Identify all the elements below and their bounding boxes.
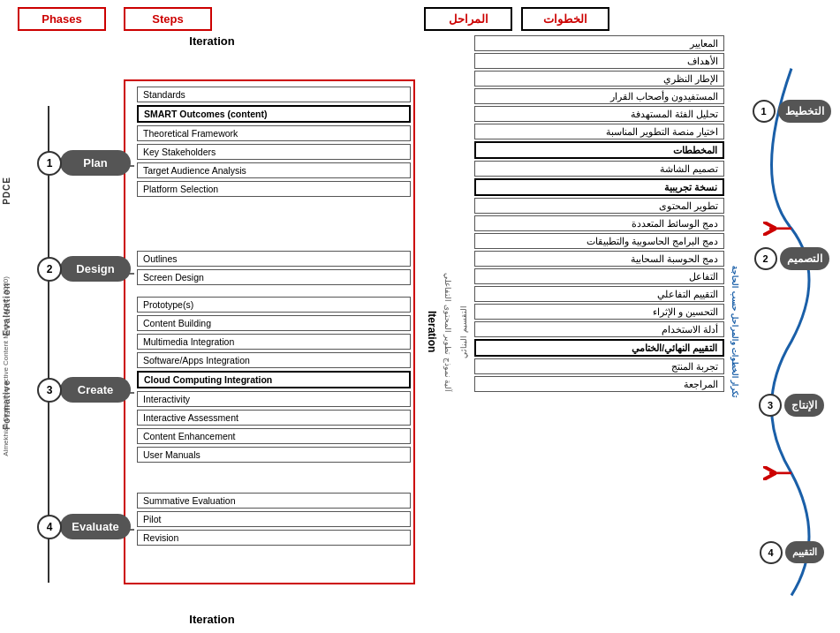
ar-step-5: تحليل الفئة المستهدفة [474,106,724,122]
step-cloud-computing: Cloud Computing Integration [137,371,411,388]
credit-text: Almekhiafi Digital Interactive Content M… [2,276,10,456]
ar-phase-1-pill: التخطيط [778,100,831,123]
iteration-ar-label: Iteration [424,31,440,633]
step-smart: SMART Outcomes (content) [137,105,411,123]
phase-4-evaluate: 4 Evaluate [37,514,131,539]
step-interactive-assessment: Interactive Assessment [137,410,411,426]
phase-1-circle: 1 [37,151,62,176]
phase-4-circle: 4 [37,515,62,539]
phases-header-box: Phases [18,7,106,31]
evaluate-steps-group: Summative Evaluation Pilot Revision [137,493,411,546]
ar-step-11: دمج الوسائط المتعددة [474,215,724,231]
main-container: Phases Steps Iteration PDCE Evaluation F… [0,0,840,633]
ar-step-3: الإطار النظري [474,71,724,87]
ar-step-16: التحسين و الإثراء [474,304,724,320]
ar-phases-column: 1 التخطيط 2 التصميم 3 الإنتاج 4 التقييم [743,31,840,633]
ar-steps-column: المعايير الأهداف الإطار النظري المستفيدو… [472,31,727,633]
step-content-enhancement: Content Enhancement [137,428,411,444]
right-side: الخطوات المراحل [424,0,840,633]
phase-1-plan: 1 Plan [37,150,131,176]
iter-ar-label: آلية نموذج تطوير المحتوى التفاعلي [440,31,456,633]
ar-step-10: تطوير المحتوى [474,198,724,214]
taqsim-label: التقسيم البنائي [456,31,472,633]
ar-step-7: المخططات [474,141,724,159]
step-theo-framework: Theoretical Framework [137,125,411,141]
ar-phase-2-circle: 2 [754,247,777,270]
ar-phase-3-circle: 3 [759,394,782,417]
ar-step-15: التقييم التفاعلي [474,286,724,302]
step-revision: Revision [137,530,411,546]
ar-phase-4: 4 التقييم [760,541,824,564]
ar-step-20: المراجعة [474,376,724,392]
step-pilot: Pilot [137,511,411,527]
step-multimedia: Multimedia Integration [137,334,411,350]
ar-phase-1-circle: 1 [753,100,776,123]
ar-phase-3-pill: الإنتاج [784,394,824,417]
ar-step-4: المستفيدون وأصحاب القرار [474,88,724,104]
left-side: Phases Steps Iteration PDCE Evaluation F… [0,0,424,633]
step-target-audience: Target Audience Analysis [137,162,411,178]
step-screen-design: Screen Design [137,269,411,285]
ar-phase-4-pill: التقييم [785,541,824,563]
plan-steps-group: Standards SMART Outcomes (content) Theor… [137,87,411,197]
ar-phase-2-pill: التصميم [780,247,829,270]
repeat-label: تكرار الخطوات والمراحل حسب الحاجة [727,31,743,633]
iteration-top-label: Iteration [9,34,415,48]
step-software-apps: Software/Apps Integration [137,352,411,368]
phase-2-design: 2 Design [37,256,131,282]
right-body: 1 التخطيط 2 التصميم 3 الإنتاج 4 التقييم [424,31,840,633]
phase-3-create: 3 Create [37,377,131,403]
phase-1-pill: Plan [60,150,131,176]
ar-step-19: تجربة المنتج [474,358,724,374]
phases-ar-header: المراحل [424,7,512,31]
ar-step-17: أدلة الاستخدام [474,321,724,337]
step-standards: Standards [137,87,411,102]
ar-step-18: التقييم النهائي/الختامي [474,339,724,357]
ar-step-6: اختيار منصة التطوير المناسبة [474,124,724,139]
steps-header-box: Steps [124,7,212,31]
phase-2-pill: Design [60,256,131,282]
step-prototype: Prototype(s) [137,297,411,313]
steps-ar-header: الخطوات [521,7,609,31]
right-header-row: الخطوات المراحل [424,0,840,31]
ar-step-1: المعايير [474,35,724,51]
phase-3-circle: 3 [37,378,62,403]
ar-step-14: التفاعل [474,268,724,284]
left-header-row: Phases Steps [9,0,415,31]
create-steps-group: Prototype(s) Content Building Multimedia… [137,297,411,463]
iteration-bottom-label: Iteration [0,613,424,626]
ar-step-13: دمج الحوسبة السحابية [474,251,724,267]
step-platform-selection: Platform Selection [137,181,411,197]
ar-phase-1: 1 التخطيط [753,100,831,123]
step-summative: Summative Evaluation [137,493,411,509]
phase-4-pill: Evaluate [60,514,131,539]
ar-phase-4-circle: 4 [760,541,783,564]
pdce-label: PDCE [2,177,11,205]
ar-step-12: دمج البرامج الحاسوبية والتطبيقات [474,233,724,249]
ar-phase-2: 2 التصميم [754,247,829,270]
step-user-manuals: User Manuals [137,447,411,463]
phase-2-circle: 2 [37,257,62,282]
ar-phase-3: 3 الإنتاج [759,394,824,417]
ar-step-8: تصميم الشاشة [474,161,724,177]
ar-step-2: الأهداف [474,53,724,69]
step-key-stakeholders: Key Stakeholders [137,144,411,160]
step-content-building: Content Building [137,315,411,331]
step-outlines: Outlines [137,251,411,267]
design-steps-group: Outlines Screen Design [137,251,411,285]
phase-3-pill: Create [60,377,131,403]
step-interactivity: Interactivity [137,391,411,407]
ar-step-9: نسخة تجريبية [474,178,724,196]
